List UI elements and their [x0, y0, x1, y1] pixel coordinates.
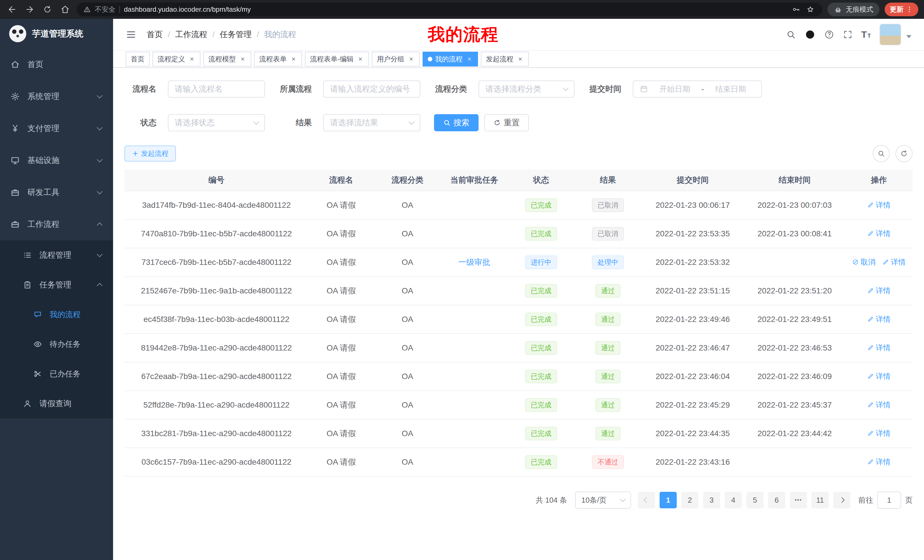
sidebar-item-task-management[interactable]: 任务管理 [0, 270, 113, 300]
tab-process-model[interactable]: 流程模型 [203, 52, 251, 66]
detail-link[interactable]: 详情 [867, 286, 891, 296]
hamburger-icon[interactable] [126, 29, 136, 40]
detail-link[interactable]: 详情 [867, 229, 891, 239]
browser-forward-button[interactable] [23, 3, 36, 16]
detail-link[interactable]: 详情 [867, 371, 891, 381]
github-icon[interactable] [805, 29, 816, 40]
breadcrumb-item-my-process: 我的流程 [264, 29, 296, 40]
page-button-4[interactable]: 4 [725, 492, 742, 508]
search-icon[interactable] [786, 29, 796, 40]
font-size-icon[interactable] [861, 29, 871, 40]
current-task-link[interactable]: 一级审批 [458, 257, 490, 268]
date-separator: - [701, 84, 704, 94]
cell-status: 已完成 [508, 398, 574, 412]
page-button-5[interactable]: 5 [746, 492, 764, 508]
sidebar-item-infra[interactable]: 基础设施 [0, 144, 113, 177]
breadcrumb-item-task-management[interactable]: 任务管理 [220, 29, 252, 40]
close-icon[interactable] [466, 55, 473, 63]
page-button-1[interactable]: 1 [660, 492, 677, 508]
close-icon[interactable] [408, 55, 415, 63]
tab-process-form[interactable]: 流程表单 [254, 52, 302, 66]
sidebar-item-todo-tasks[interactable]: 待办任务 [0, 329, 113, 359]
page-button-2[interactable]: 2 [681, 492, 698, 508]
browser-address-bar[interactable]: 不安全 dashboard.yudao.iocoder.cn/bpm/task/… [76, 3, 822, 16]
help-icon[interactable] [824, 29, 834, 40]
status-badge: 已完成 [525, 341, 557, 355]
detail-link[interactable]: 详情 [882, 257, 906, 267]
toggle-search-button[interactable] [873, 145, 890, 162]
chevron-down-icon[interactable] [906, 35, 911, 41]
cell-submit-time: 2022-01-22 23:43:16 [641, 458, 744, 467]
cell-category: OA [374, 372, 441, 381]
sidebar-item-devtools[interactable]: 研发工具 [0, 177, 113, 208]
next-page-button[interactable] [833, 492, 850, 508]
fullscreen-icon[interactable] [843, 30, 853, 39]
sidebar-item-payment[interactable]: 支付管理 [0, 112, 113, 144]
process-name-input[interactable] [168, 81, 265, 97]
close-icon[interactable] [517, 55, 524, 63]
detail-link[interactable]: 详情 [867, 457, 891, 467]
filter-form: 流程名 所属流程 流程分类 请选择流程分类 [113, 68, 924, 131]
result-badge: 通过 [596, 284, 621, 298]
sidebar-item-done-tasks[interactable]: 已办任务 [0, 359, 113, 389]
result-badge: 通过 [596, 398, 621, 412]
close-icon[interactable] [290, 55, 297, 63]
status-select[interactable]: 请选择状态 [168, 114, 265, 131]
sidebar-item-my-process[interactable]: 我的流程 [0, 300, 113, 329]
close-icon[interactable] [189, 55, 195, 63]
detail-link[interactable]: 详情 [867, 343, 891, 353]
start-process-button[interactable]: 发起流程 [124, 145, 176, 162]
detail-link[interactable]: 详情 [867, 314, 891, 324]
cell-name: OA 请假 [308, 343, 374, 353]
browser-update-button[interactable]: 更新 [885, 3, 918, 16]
goto-page-input[interactable] [877, 491, 901, 509]
browser-back-button[interactable] [6, 3, 18, 16]
omnibox-divider [119, 6, 120, 13]
reset-button[interactable]: 重置 [484, 114, 529, 131]
sidebar-item-process-management[interactable]: 流程管理 [0, 240, 113, 270]
goto-label: 前往 [858, 495, 873, 505]
tab-my-process[interactable]: 我的流程 [423, 52, 478, 66]
bookmark-star-icon[interactable] [805, 3, 816, 16]
page-size-select[interactable]: 10条/页 [575, 491, 631, 509]
result-select[interactable]: 请选择流结果 [323, 114, 420, 131]
refresh-table-button[interactable] [896, 145, 913, 162]
sidebar-item-home[interactable]: 首页 [0, 48, 113, 81]
app-logo[interactable]: 芋道管理系统 [0, 19, 113, 48]
breadcrumb-item-home[interactable]: 首页 [147, 29, 163, 40]
chat-bubble-icon [33, 310, 42, 319]
detail-link[interactable]: 详情 [867, 200, 891, 210]
incognito-icon [834, 5, 842, 14]
password-key-icon[interactable] [791, 3, 801, 16]
tab-home[interactable]: 首页 [126, 52, 150, 66]
sidebar-item-leave-query[interactable]: 请假查询 [0, 389, 113, 418]
breadcrumb-item-workflow[interactable]: 工作流程 [176, 29, 207, 40]
tab-user-group[interactable]: 用户分组 [372, 52, 420, 66]
browser-home-button[interactable] [59, 3, 71, 16]
search-button[interactable]: 搜索 [434, 114, 478, 131]
tab-start-process[interactable]: 发起流程 [481, 52, 529, 66]
cancel-link[interactable]: 取消 [852, 257, 876, 267]
tab-process-form-edit[interactable]: 流程表单-编辑 [305, 52, 369, 66]
more-pages-button[interactable]: ••• [790, 492, 807, 508]
browser-reload-button[interactable] [41, 3, 54, 16]
page-button-6[interactable]: 6 [768, 492, 785, 508]
page-button-11[interactable]: 11 [812, 492, 829, 508]
sidebar-item-workflow[interactable]: 工作流程 [0, 208, 113, 240]
close-icon[interactable] [357, 55, 364, 63]
incognito-badge[interactable]: 无痕模式 [828, 3, 879, 16]
tab-process-definition[interactable]: 流程定义 [153, 52, 201, 66]
process-definition-input[interactable] [323, 81, 420, 97]
avatar[interactable] [879, 24, 901, 45]
page-button-3[interactable]: 3 [703, 492, 720, 508]
prev-page-button[interactable] [638, 492, 655, 508]
cell-name: OA 请假 [308, 457, 374, 467]
category-select[interactable]: 请选择流程分类 [478, 81, 574, 97]
submit-time-range-picker[interactable]: 开始日期 - 结束日期 [633, 81, 762, 97]
active-dot [428, 57, 432, 61]
edit-icon [867, 458, 874, 465]
detail-link[interactable]: 详情 [867, 428, 891, 439]
close-icon[interactable] [239, 55, 246, 63]
detail-link[interactable]: 详情 [867, 400, 891, 410]
sidebar-item-system[interactable]: 系统管理 [0, 81, 113, 112]
